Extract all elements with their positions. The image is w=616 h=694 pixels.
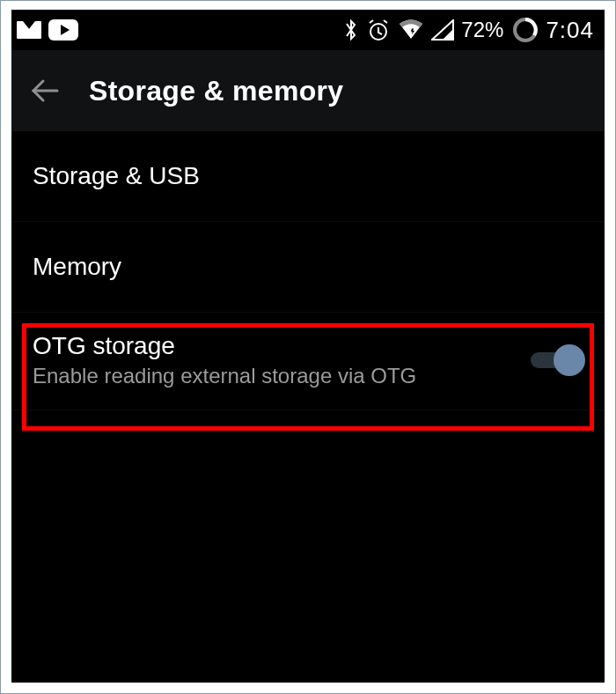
row-label: Storage & USB [33,162,583,190]
setting-row-storage-usb[interactable]: Storage & USB [11,131,605,221]
clock-text: 7:04 [546,17,594,44]
page-title: Storage & memory [89,75,343,107]
battery-text: 72% [461,18,503,42]
status-bar: 72% 7:04 [11,10,605,50]
youtube-icon [48,19,78,41]
wifi-icon [398,19,424,41]
row-label: Memory [33,253,583,281]
row-sublabel: Enable reading external storage via OTG [33,364,416,388]
gmail-icon [17,21,41,39]
bluetooth-icon [343,18,359,42]
cellular-icon [431,19,454,41]
row-label: OTG storage [33,332,416,360]
battery-ring-icon [512,17,539,43]
otg-toggle[interactable] [529,343,585,378]
setting-row-memory[interactable]: Memory [11,222,605,312]
setting-row-otg-storage[interactable]: OTG storage Enable reading external stor… [11,313,605,410]
header-bar: Storage & memory [11,50,605,131]
back-button[interactable] [29,76,59,106]
alarm-icon [366,18,391,42]
